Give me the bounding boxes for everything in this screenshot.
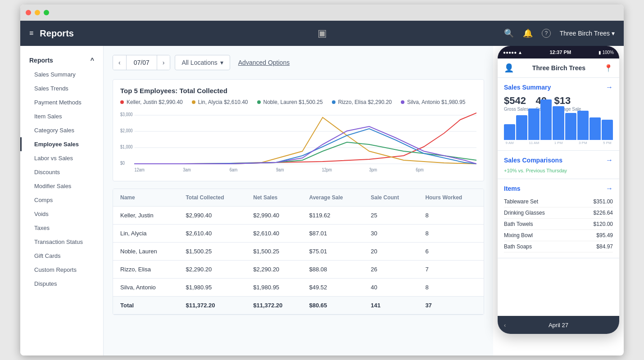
menu-icon[interactable]: ≡ — [29, 29, 33, 37]
mobile-bar — [504, 124, 515, 140]
legend-item-noble: Noble, Lauren $1,500.25 — [257, 99, 323, 105]
legend-item-lin: Lin, Alycia $2,610.40 — [192, 99, 248, 105]
sidebar-item-disputes[interactable]: Disputes — [20, 277, 103, 291]
cell-hours: 37 — [418, 297, 484, 315]
svg-text:12pm: 12pm — [322, 167, 332, 173]
svg-text:$1,000: $1,000 — [120, 144, 132, 150]
toolbar: ‹ 07/07 › All Locations ▾ Advanced Optio… — [113, 55, 484, 70]
search-icon[interactable]: 🔍 — [504, 28, 514, 38]
sidebar-item-sales-trends[interactable]: Sales Trends — [20, 81, 103, 95]
mobile-arrow-items[interactable]: → — [606, 184, 613, 193]
legend-label-rizzo: Rizzo, Elisa $2,290.20 — [338, 99, 392, 105]
table-row: Lin, Alycia $2,610.40 $2,610.40 $87.01 3… — [113, 225, 484, 243]
cell-avg: $119.62 — [302, 207, 363, 225]
prev-date-button[interactable]: ‹ — [113, 55, 126, 70]
legend-dot-noble — [257, 100, 261, 104]
mobile-bar-label: 3 PM — [577, 141, 589, 145]
mobile-items-header: Items → — [504, 184, 613, 193]
cell-net: $1,500.25 — [246, 243, 302, 261]
item-name: Drinking Glasses — [504, 210, 545, 216]
mobile-bar — [553, 106, 564, 140]
mobile-footer[interactable]: ‹ April 27 — [498, 316, 619, 334]
mobile-bar — [590, 117, 601, 140]
sidebar-item-sales-summary[interactable]: Sales Summary — [20, 68, 103, 81]
sidebar-item-custom-reports[interactable]: Custom Reports — [20, 263, 103, 277]
advanced-options-button[interactable]: Advanced Options — [235, 55, 293, 70]
mobile-footer-prev[interactable]: ‹ — [504, 322, 506, 328]
mobile-content: Sales Summary → $542 Gross Sales 40 Sale… — [498, 78, 619, 328]
sidebar-item-category-sales[interactable]: Category Sales — [20, 123, 103, 137]
mobile-comparisons-subtitle: +10% vs. Previous Thursday — [504, 168, 613, 173]
svg-text:12am: 12am — [134, 167, 145, 173]
list-item: Mixing Bowl $95.49 — [504, 230, 613, 241]
mobile-bar — [577, 111, 589, 140]
sidebar-item-item-sales[interactable]: Item Sales — [20, 109, 103, 123]
sidebar-item-taxes[interactable]: Taxes — [20, 221, 103, 235]
legend-dot-keller — [120, 100, 124, 104]
list-item: Drinking Glasses $226.64 — [504, 207, 613, 219]
locations-dropdown[interactable]: All Locations ▾ — [175, 55, 230, 70]
bell-icon[interactable]: 🔔 — [523, 28, 533, 38]
mobile-bar — [528, 108, 540, 140]
cell-hours: 8 — [418, 279, 484, 297]
item-price: $84.97 — [596, 243, 613, 250]
cell-name: Silva, Antonio — [113, 279, 178, 297]
mobile-gross-sales: $542 Gross Sales — [504, 95, 528, 112]
mobile-bar-chart — [504, 115, 613, 140]
location-selector[interactable]: Three Birch Trees ▾ — [560, 30, 615, 37]
table-row: Keller, Justin $2,990.40 $2,990.40 $119.… — [113, 207, 484, 225]
mobile-bar — [540, 99, 552, 140]
cell-count: 30 — [363, 225, 418, 243]
table-row: Rizzo, Elisa $2,290.20 $2,290.20 $88.08 … — [113, 261, 484, 279]
cell-name: Keller, Justin — [113, 207, 178, 225]
location-chevron: ▾ — [612, 30, 615, 37]
mobile-arrow-comparisons[interactable]: → — [606, 156, 613, 164]
svg-text:3pm: 3pm — [369, 167, 377, 173]
sidebar-item-voids[interactable]: Voids — [20, 207, 103, 221]
maximize-dot[interactable] — [44, 10, 49, 15]
sidebar-toggle-icon: ^ — [91, 57, 94, 64]
mobile-gross-sales-label: Gross Sales — [504, 107, 528, 112]
mobile-bar-label — [516, 141, 527, 145]
cell-name: Rizzo, Elisa — [113, 261, 178, 279]
date-navigator: ‹ 07/07 › — [113, 55, 170, 70]
chart-title: Top 5 Employees: Total Collected — [120, 87, 476, 94]
cell-total: $2,990.40 — [178, 207, 246, 225]
mobile-statusbar: ●●●●● ▲ 12:37 PM ▮ 100% — [498, 46, 619, 58]
sidebar-item-comps[interactable]: Comps — [20, 193, 103, 207]
chart-area: $3,000 $2,000 $1,000 $0 12am 3am 6am — [120, 111, 476, 174]
svg-text:$3,000: $3,000 — [120, 112, 132, 117]
table-row: Silva, Antonio $1,980.95 $1,980.95 $49.5… — [113, 279, 484, 297]
next-date-button[interactable]: › — [157, 55, 170, 70]
col-avg-sale: Average Sale — [302, 189, 363, 207]
col-sale-count: Sale Count — [363, 189, 418, 207]
main-layout: Reports ^ Sales Summary Sales Trends Pay… — [20, 46, 624, 356]
sidebar-section-reports[interactable]: Reports ^ — [20, 53, 103, 68]
sidebar-item-modifier-sales[interactable]: Modifier Sales — [20, 179, 103, 193]
mobile-navbar: 👤 Three Birch Trees 📍 — [498, 58, 619, 78]
item-price: $120.00 — [594, 221, 613, 227]
sidebar-item-payment-methods[interactable]: Payment Methods — [20, 95, 103, 109]
sidebar-item-transaction-status[interactable]: Transaction Status — [20, 235, 103, 249]
mobile-store-name: Three Birch Trees — [532, 64, 585, 72]
cell-total: $2,610.40 — [178, 225, 246, 243]
sidebar-item-discounts[interactable]: Discounts — [20, 165, 103, 179]
mobile-footer-date: April 27 — [549, 322, 568, 328]
help-icon[interactable]: ? — [542, 29, 551, 38]
sidebar-item-gift-cards[interactable]: Gift Cards — [20, 249, 103, 263]
sidebar-item-labor-vs-sales[interactable]: Labor vs Sales — [20, 151, 103, 165]
close-dot[interactable] — [26, 10, 31, 15]
titlebar — [20, 4, 624, 21]
item-name: Bath Soaps — [504, 243, 532, 250]
legend-item-keller: Keller, Justin $2,990.40 — [120, 99, 183, 105]
minimize-dot[interactable] — [35, 10, 40, 15]
sidebar-item-employee-sales[interactable]: Employee Sales — [20, 137, 103, 151]
mobile-arrow-sales[interactable]: → — [606, 83, 613, 91]
mobile-bar-label — [540, 141, 552, 145]
list-item: Bath Towels $120.00 — [504, 219, 613, 230]
legend-dot-silva — [401, 100, 404, 104]
cell-total: $1,500.25 — [178, 243, 246, 261]
mobile-avg-sale-value: $13 — [554, 95, 581, 107]
app-window: ≡ Reports ▣ 🔍 🔔 ? Three Birch Trees ▾ Re… — [20, 4, 624, 356]
mobile-sales-summary-section: Sales Summary → $542 Gross Sales 40 Sale… — [498, 78, 619, 151]
